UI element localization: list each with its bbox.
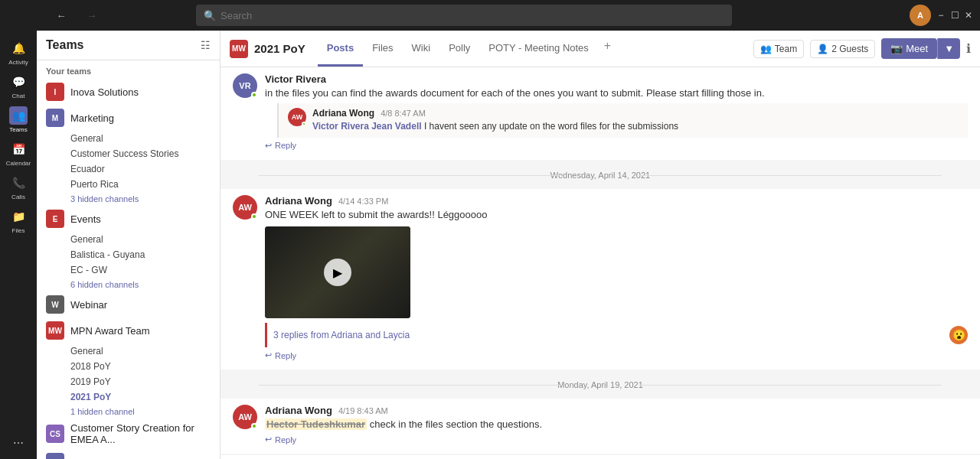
tab-files[interactable]: Files [363, 31, 402, 67]
team-item-azure[interactable]: AT Azure Task Force ··· [37, 449, 220, 459]
message-victor: VR Victor Rivera in the files you can fi… [220, 67, 980, 160]
day-divider-april19: Monday, April 19, 2021 [220, 371, 980, 399]
team-item-customer[interactable]: CS Customer Story Creation for EMEA A...… [37, 418, 220, 449]
forward-button[interactable]: → [80, 3, 104, 28]
tab-meeting-notes[interactable]: POTY - Meeting Notes [479, 31, 598, 67]
team-item-mpn[interactable]: MW MPN Award Team ··· [37, 317, 220, 343]
team-name-events: Events [70, 213, 201, 225]
tab-polly[interactable]: Polly [439, 31, 479, 67]
mpn-hidden-channel[interactable]: 1 hidden channel [70, 405, 220, 418]
sidebar: Teams ☷ Your teams I Inova Solutions ···… [37, 31, 220, 459]
chat-icon: 💬 [9, 73, 28, 91]
avatar-adriana-3: AW [233, 405, 257, 429]
msg-text-adriana-3: Hector Tudeshkumar check in the files se… [265, 418, 968, 431]
team-item-webinar[interactable]: W Webinar ··· [37, 291, 220, 317]
nested-reply-inner: AW Adriana Wong 4/8 8:47 AM Victor River… [288, 108, 959, 133]
maximize-button[interactable]: ☐ [949, 10, 960, 21]
files-icon: 📁 [9, 207, 28, 226]
team-avatar-customer: CS [46, 425, 64, 443]
calls-icon: 📞 [9, 174, 28, 192]
channel-topbar: MW 2021 PoY Posts Files Wiki Polly POTY … [220, 31, 980, 67]
online-indicator-nested [302, 122, 306, 126]
guests-button[interactable]: 👤 2 Guests [810, 40, 875, 58]
nav-item-calendar[interactable]: 📅 Calendar [3, 138, 34, 168]
reply-icon-1: ↩ [265, 141, 272, 151]
reply-action-2[interactable]: ↩ Reply [265, 347, 968, 363]
nested-author: Adriana Wong [312, 108, 374, 119]
window-controls: − ☐ ✕ [936, 10, 974, 21]
reply-action-1[interactable]: ↩ Reply [265, 138, 968, 154]
channel-events-general[interactable]: General [70, 232, 220, 247]
nav-item-files[interactable]: 📁 Files [3, 205, 34, 236]
team-item-events[interactable]: E Events ··· [37, 206, 220, 232]
msg-text-adriana-2: ONE WEEK left to submit the awards!! Lég… [265, 208, 968, 222]
thread-replies-bar[interactable]: 3 replies from Adriana and Laycia 😮 [265, 323, 968, 347]
team-avatar-webinar: W [46, 295, 64, 314]
nav-item-chat[interactable]: 💬 Chat [3, 70, 34, 101]
channel-2019-poy[interactable]: 2019 PoY [70, 374, 220, 389]
team-item-inova[interactable]: I Inova Solutions ··· [37, 79, 220, 105]
channel-ec-gw[interactable]: EC - GW [70, 262, 220, 278]
channel-2018-poy[interactable]: 2018 PoY [70, 359, 220, 374]
search-box: 🔍 [196, 5, 732, 26]
msg-author-adriana-2: Adriana Wong [265, 195, 332, 207]
channel-mpn-general[interactable]: General [70, 343, 220, 359]
nested-reply-1: AW Adriana Wong 4/8 8:47 AM Victor River… [277, 103, 968, 138]
play-button[interactable]: ▶ [324, 259, 351, 286]
nav-label-calendar: Calendar [6, 160, 31, 167]
user-avatar[interactable]: A [910, 5, 931, 26]
message-adriana-mention: AW Adriana Wong 4/19 8:43 AM Hector Tude… [220, 399, 980, 454]
add-tab-button[interactable]: + [598, 31, 617, 67]
camera-icon: 📷 [890, 43, 903, 54]
close-button[interactable]: ✕ [963, 10, 974, 21]
team-avatar-azure: AT [46, 453, 64, 459]
channel-2021-poy[interactable]: 2021 PoY [70, 389, 220, 405]
team-icon: 👥 [760, 44, 772, 54]
reply-icon-3: ↩ [265, 435, 272, 444]
msg-author-adriana-3: Adriana Wong [265, 405, 332, 416]
reply-label-2: Reply [275, 351, 296, 360]
nav-item-activity[interactable]: 🔔 Activity [3, 37, 34, 67]
nav-item-more[interactable]: ⋯ [3, 428, 34, 459]
channel-ecuador[interactable]: Ecuador [70, 161, 220, 177]
team-button[interactable]: 👥 Team [753, 40, 804, 58]
avatar-victor: VR [233, 73, 257, 98]
video-thumbnail[interactable]: ▶ [265, 226, 410, 318]
channel-customer-success[interactable]: Customer Success Stories [70, 146, 220, 161]
channel-puerto-rica[interactable]: Puerto Rica [70, 177, 220, 192]
team-avatar-inova: I [46, 83, 64, 101]
mention-jean: Jean Vadell [371, 121, 421, 132]
marketing-channels: General Customer Success Stories Ecuador… [37, 131, 220, 206]
thread-emoji: 😮 [949, 326, 968, 344]
team-name-azure: Azure Task Force [70, 457, 201, 460]
info-button[interactable]: ℹ [966, 41, 971, 56]
tab-wiki[interactable]: Wiki [403, 31, 440, 67]
search-input[interactable] [220, 10, 724, 21]
channel-title: 2021 PoY [254, 42, 305, 55]
marketing-hidden-channels[interactable]: 3 hidden channels [70, 192, 220, 206]
meet-dropdown[interactable]: ▼ [937, 38, 960, 59]
channel-marketing-general[interactable]: General [70, 131, 220, 146]
avatar-adriana-2: AW [233, 195, 257, 220]
events-hidden-channels[interactable]: 6 hidden channels [70, 278, 220, 291]
minimize-button[interactable]: − [936, 10, 946, 21]
team-avatar-events: E [46, 210, 64, 228]
team-item-marketing[interactable]: M Marketing ··· [37, 105, 220, 131]
filter-icon[interactable]: ☷ [201, 39, 211, 51]
meet-button[interactable]: 📷 Meet [881, 38, 937, 59]
nav-label-calls: Calls [11, 194, 25, 200]
msg-body-adriana-3: Adriana Wong 4/19 8:43 AM Hector Tudeshk… [265, 405, 968, 448]
reply-icon-2: ↩ [265, 350, 272, 360]
channel-balistica[interactable]: Balistica - Guyana [70, 247, 220, 262]
tab-posts[interactable]: Posts [318, 31, 363, 67]
reply-action-3[interactable]: ↩ Reply [265, 431, 968, 448]
nav-item-teams[interactable]: 👥 Teams [3, 104, 34, 135]
msg-body-victor: Victor Rivera in the files you can find … [265, 73, 968, 154]
back-button[interactable]: ← [49, 3, 74, 28]
team-name-marketing: Marketing [70, 112, 201, 124]
day-divider-april14: Wednesday, April 14, 2021 [220, 161, 980, 189]
nav-label-activity: Activity [8, 59, 28, 66]
online-indicator [251, 92, 257, 98]
team-label: Team [775, 44, 797, 54]
nav-item-calls[interactable]: 📞 Calls [3, 171, 34, 202]
